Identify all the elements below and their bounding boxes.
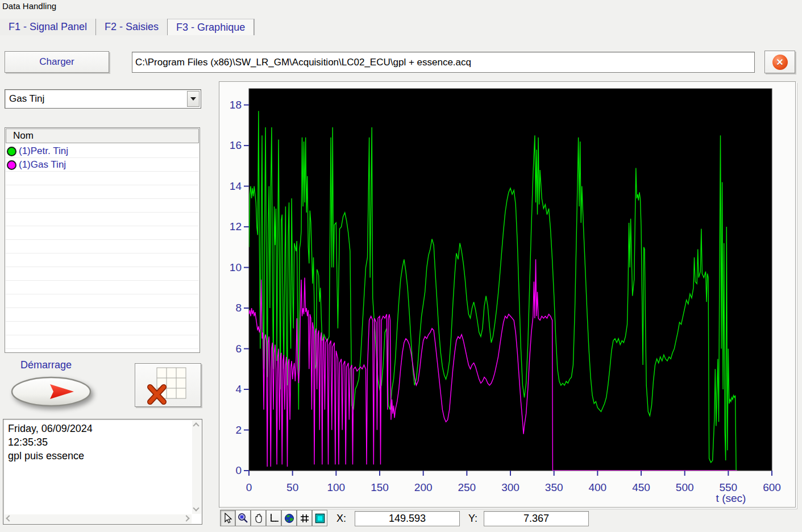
list-item[interactable]: (1)Gas Tinj [6,158,199,172]
x-tick-label: 150 [371,481,389,493]
dropdown-arrow-icon[interactable] [187,91,200,107]
pan-tool-button[interactable] [251,510,266,526]
x-tick-label: 550 [719,481,737,493]
globe-icon [284,513,295,524]
close-button[interactable]: ✕ [764,51,795,73]
y-tick-label: 6 [235,343,242,355]
tab-signal-panel[interactable]: F1 - Signal Panel [0,19,96,35]
x-readout-value[interactable]: 149.593 [355,511,460,526]
signal-select-value: Gas Tinj [9,93,44,105]
x-tick-label: 600 [763,481,781,493]
signal-select[interactable]: Gas Tinj [5,89,201,109]
file-path-input[interactable]: C:\Program Files (x86)\SW_LR_GM\Acquisit… [132,52,755,73]
y-tick-label: 10 [230,261,242,273]
x-tick-label: 500 [676,481,694,493]
color-box-icon [314,513,326,524]
scroll-right-icon[interactable] [183,515,189,521]
y-tick-label: 16 [230,139,242,151]
list-item[interactable]: (1)Petr. Tinj [6,144,199,158]
y-tick-label: 18 [230,99,242,111]
toggle-oval [12,377,90,406]
globe-tool-button[interactable] [281,510,297,526]
y-tick-label: 8 [235,302,242,314]
x-tick-label: 300 [501,481,520,493]
y-tick-label: 0 [235,464,242,476]
x-tick-label: 250 [458,481,476,493]
y-readout-label: Y: [468,513,477,525]
close-icon: ✕ [772,55,788,70]
grid-tool-button[interactable] [297,510,312,526]
x-tick-label: 200 [414,481,433,493]
axes-tool-button[interactable] [266,510,281,526]
scroll-left-icon[interactable] [6,515,12,521]
grid-clear-icon [146,365,191,405]
scroll-up-icon[interactable] [193,422,199,429]
start-toggle-button[interactable] [10,376,95,411]
chart-panel: 0246810121416180501001502002503003504004… [219,81,796,508]
log-line: 12:35:35 [8,435,190,449]
x-readout-label: X: [336,513,346,525]
tab-graphique[interactable]: F3 - Graphique [168,19,254,35]
window-title: Data Handling [2,1,56,11]
signal-list-rows: (1)Petr. Tinj (1)Gas Tinj [6,144,199,352]
x-tick-label: 50 [286,481,298,493]
scroll-down-icon[interactable] [193,505,199,511]
load-file-button[interactable]: Charger [5,51,109,73]
log-line: gpl puis essence [8,449,190,463]
horizontal-scrollbar[interactable] [4,514,192,523]
y-tick-label: 4 [235,383,242,395]
signal-list-header: Nom [6,128,199,143]
color-box-tool-button[interactable] [312,510,327,526]
signal-color-icon [7,147,16,156]
signal-list: Nom (1)Petr. Tinj (1)Gas Tinj [5,127,200,353]
log-line: Friday, 06/09/2024 [8,422,190,435]
log-textbox[interactable]: Friday, 06/09/2024 12:35:35 gpl puis ess… [3,419,202,525]
grid-icon [299,513,310,524]
start-label: Démarrage [20,359,72,371]
strip-chart[interactable]: 0246810121416180501001502002503003504004… [219,82,796,508]
signal-color-icon [7,160,16,170]
tab-bar: F1 - Signal Panel F2 - Saisies F3 - Grap… [0,19,254,35]
x-tick-label: 100 [327,481,345,493]
y-tick-label: 12 [230,221,242,232]
x-tick-label: 0 [246,481,252,493]
x-axis-title: t (sec) [685,492,776,505]
x-tick-label: 450 [632,481,650,493]
y-readout-value[interactable]: 7.367 [484,511,589,526]
axes-icon [268,513,280,524]
tab-saisies[interactable]: F2 - Saisies [96,19,168,35]
y-tick-label: 2 [235,424,242,436]
x-tick-label: 350 [545,481,563,493]
log-text: Friday, 06/09/2024 12:35:35 gpl puis ess… [8,422,190,513]
zoom-icon [238,513,249,524]
x-tick-label: 400 [588,481,606,493]
y-tick-label: 14 [230,180,242,192]
zoom-tool-button[interactable] [235,510,251,526]
hand-icon [253,513,264,524]
clear-graph-button[interactable] [135,363,201,407]
cursor-tool-button[interactable] [220,510,235,526]
cursor-icon [222,513,234,524]
vertical-scrollbar[interactable] [192,420,201,514]
